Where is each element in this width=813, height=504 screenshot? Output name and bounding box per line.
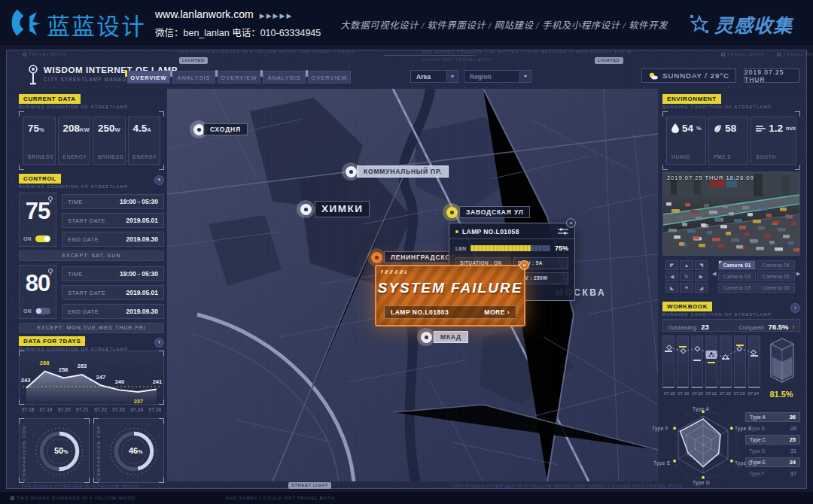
dpad-up-right-icon[interactable]: ◥	[695, 260, 708, 270]
type-row-c[interactable]: Type C25	[745, 435, 800, 445]
chevron-down-icon[interactable]: ▼	[519, 71, 531, 82]
brightness-box-2: 80 ON	[19, 265, 56, 319]
workbook-bar	[734, 335, 746, 388]
dpad-left-icon[interactable]: ◀	[665, 272, 678, 281]
camera-next-icon[interactable]: ▶	[796, 271, 800, 277]
workbook-side-value: 81.5%	[762, 390, 801, 399]
weather-box: SUNNDAY / 29°C	[641, 68, 736, 83]
workbook-bar	[748, 335, 760, 388]
map-label-mkad[interactable]: МКАД	[434, 331, 468, 343]
map-label-khimki[interactable]: ХИМКИ	[315, 201, 370, 217]
map-pin-zavodskaya[interactable]	[443, 203, 461, 221]
lbn-progress	[470, 245, 550, 251]
map-label-skhodnya[interactable]: СХОДНЯ	[203, 123, 248, 135]
region-select[interactable]: Region ▼	[464, 70, 531, 83]
tab-overview-1[interactable]: OVERVIEW	[127, 71, 170, 83]
camera-06-button[interactable]: Camera 06	[757, 283, 795, 293]
schedule-toggle-2[interactable]	[35, 308, 50, 314]
workbook-bar-chart: 16	[662, 335, 760, 388]
type-row-e[interactable]: Type E24	[745, 457, 800, 467]
x-tick: 07.23	[732, 391, 747, 396]
map-label-zavodskaya[interactable]: ЗАВОДСКАЯ УЛ	[459, 206, 530, 218]
map-pin-khimki[interactable]	[297, 200, 315, 218]
start-date-row-1[interactable]: START DATE2019.05.01	[62, 213, 164, 228]
stat-energy-kw: 208KW ENERGY	[58, 117, 91, 165]
radar-label-e: Type E	[653, 460, 671, 466]
brand-name: 蓝蓝设计	[47, 8, 146, 41]
workbook-bar	[691, 335, 703, 388]
tab-analysis-1[interactable]: ANALYSIS	[172, 71, 215, 83]
brand-banner: 蓝蓝设计 www.lanlanwork.com▶▶▶▶▶ 微信：ben_lanl…	[0, 0, 813, 45]
failure-more-button[interactable]: MORE ›	[484, 308, 510, 316]
dpad-up-left-icon[interactable]: ◤	[665, 260, 678, 270]
streetlamp-icon	[27, 65, 39, 86]
control-add-button[interactable]: +	[154, 175, 164, 185]
dpad-right-icon[interactable]: ▶	[695, 272, 708, 281]
seven-days-chart	[19, 351, 164, 405]
time-row-1[interactable]: TIME19:00 - 05:30	[62, 194, 164, 209]
ticker-item: TRAVEL BOTH	[777, 52, 813, 56]
failure-lamp-id: LAMP NO.L01803	[391, 308, 449, 316]
seven-days-add-button[interactable]: +	[154, 338, 164, 348]
map-label-kommunalny[interactable]: КОММУНАЛЬНЫЙ ПР.	[357, 165, 449, 178]
ticker-item: TRAVEL BOTH	[721, 52, 765, 56]
dpad-down-icon[interactable]: ▼	[680, 283, 693, 293]
camera-photo-svg	[663, 172, 799, 255]
camera-prev-icon[interactable]: ◀	[712, 271, 716, 277]
lamp-popup-close-icon[interactable]: ×	[566, 218, 576, 228]
camera-05-button[interactable]: Camera 05	[757, 272, 795, 281]
tab-overview-3[interactable]: OVERVIEW	[308, 71, 351, 83]
camera-03-button[interactable]: Camera 03	[718, 283, 756, 293]
dpad-up-icon[interactable]: ▲	[680, 260, 693, 270]
date-text: 2019.07.25 THUR	[744, 68, 799, 83]
workbook-bar	[720, 335, 732, 388]
type-row-d[interactable]: Type D31	[745, 446, 800, 456]
workbook-bar: 16	[705, 335, 717, 388]
end-date-row-1[interactable]: END DATE2019.09.30	[62, 232, 164, 247]
type-row-b[interactable]: Type B28	[745, 424, 800, 433]
brand-website[interactable]: www.lanlanwork.com▶▶▶▶▶	[155, 8, 293, 20]
area-select-value: Area	[416, 73, 431, 80]
control-label: CONTROL	[19, 174, 61, 184]
workbook-bar	[662, 335, 674, 388]
workbook-tooltip: 16	[706, 351, 717, 359]
map-pin-leningradskoe[interactable]	[367, 248, 385, 266]
camera-02-button[interactable]: Camera 02	[718, 272, 756, 281]
map-pin-mkad[interactable]	[417, 328, 435, 346]
stat-energy-a: 4.5A ENERGY	[128, 117, 161, 165]
hazard-stripes-icon	[381, 270, 406, 274]
star-icon	[690, 14, 709, 34]
dpad-down-right-icon[interactable]: ◢	[695, 283, 708, 293]
area-select[interactable]: Area ▼	[410, 70, 458, 83]
inspiration-collect[interactable]: 灵感收集	[690, 11, 793, 38]
time-row-2[interactable]: TIME19:00 - 05:30	[62, 266, 164, 281]
workbook-next-button[interactable]: ›	[790, 303, 800, 313]
type-row-f[interactable]: Type F37	[745, 469, 800, 478]
sliders-icon[interactable]	[558, 228, 568, 235]
tab-overview-2[interactable]: OVERVIEW	[218, 71, 260, 83]
camera-01-button[interactable]: Camera 01	[718, 260, 756, 270]
seven-days-label: DATA FOR 7DAYS	[19, 336, 85, 346]
dpad-down-left-icon[interactable]: ◣	[665, 283, 678, 293]
compared-value: 76.5%	[769, 323, 789, 331]
type-row-a[interactable]: Type A36	[745, 412, 800, 422]
camera-feed[interactable]	[662, 172, 800, 256]
chevron-down-icon[interactable]: ▼	[446, 71, 458, 82]
x-tick: 07.23	[110, 407, 128, 412]
map-canvas[interactable]: СХОДНЯ КОММУНАЛЬНЫЙ ПР. ХИМКИ ЗАВОДСКАЯ …	[167, 89, 658, 481]
schedule-toggle-1[interactable]	[35, 235, 50, 242]
lighted-chip: LIGHTED	[595, 57, 623, 64]
end-date-row-2[interactable]: END DATE2019.09.30	[62, 304, 164, 319]
tab-analysis-2[interactable]: ANALYSIS	[263, 71, 306, 83]
ticker-item: THE ROADS DIVERGED IN A YELLOW WOOD	[21, 484, 139, 488]
dpad-refresh-icon[interactable]: ↻	[680, 272, 693, 281]
start-date-row-2[interactable]: START DATE2019.05.01	[62, 285, 164, 300]
except-bar-2: EXCEPT: MON,TUE,WED,THUR,FRI	[19, 323, 164, 333]
ticker-line	[384, 55, 474, 56]
region-select-value: Region	[470, 73, 492, 80]
x-tick: 07.19	[677, 391, 691, 396]
camera-04-button[interactable]: Camera 04	[757, 260, 795, 270]
failure-close-icon[interactable]: ×	[519, 260, 529, 270]
stat-briness-w: 250W BRINESS	[93, 117, 126, 165]
x-tick: 07.20	[690, 391, 705, 396]
